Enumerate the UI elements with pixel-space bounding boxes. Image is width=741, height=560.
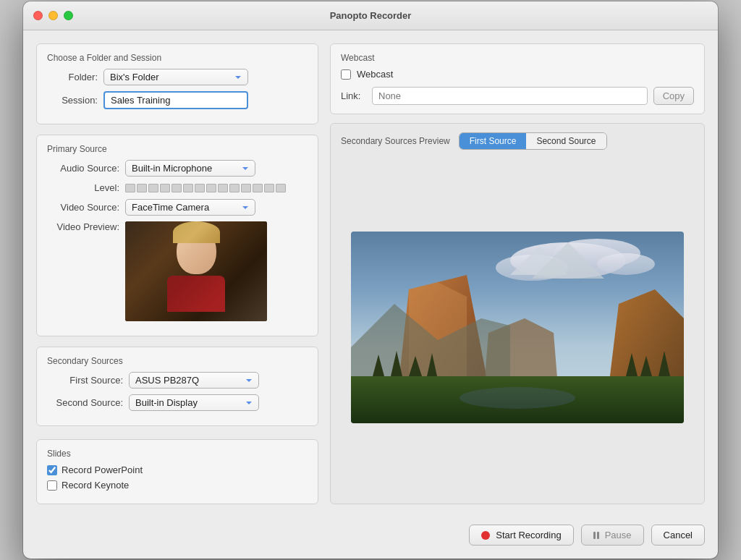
pause-bar-2 bbox=[597, 532, 599, 539]
slides-label: Slides bbox=[47, 449, 308, 459]
copy-button[interactable]: Copy bbox=[653, 87, 694, 105]
mountain-preview bbox=[351, 232, 684, 423]
first-source-tab[interactable]: First Source bbox=[460, 133, 527, 149]
level-bar-12 bbox=[253, 184, 263, 192]
audio-source-label: Audio Source: bbox=[47, 163, 119, 174]
webcast-checkbox[interactable] bbox=[341, 69, 351, 80]
left-panel: Choose a Folder and Session Folder: Bix'… bbox=[36, 43, 318, 504]
main-window: Panopto Recorder Choose a Folder and Ses… bbox=[23, 1, 718, 559]
folder-select-wrapper: Bix's Folder bbox=[103, 69, 248, 85]
video-preview-box bbox=[125, 221, 267, 321]
level-bar-5 bbox=[172, 184, 182, 192]
person-head bbox=[177, 227, 216, 274]
webcast-section-label: Webcast bbox=[341, 53, 694, 63]
second-source-tab[interactable]: Second Source bbox=[526, 133, 606, 149]
level-bar-2 bbox=[137, 184, 147, 192]
pause-bar-1 bbox=[593, 532, 596, 539]
bottom-bar: Start Recording Pause Cancel bbox=[23, 517, 718, 559]
pause-icon bbox=[593, 532, 599, 539]
person-hair bbox=[173, 221, 220, 243]
folder-row: Folder: Bix's Folder bbox=[47, 69, 308, 85]
close-button[interactable] bbox=[33, 11, 43, 20]
level-bar-9 bbox=[218, 184, 228, 192]
session-input[interactable] bbox=[103, 91, 248, 109]
link-label: Link: bbox=[341, 90, 366, 101]
video-preview-label: Video Preview: bbox=[47, 221, 119, 232]
folder-session-section: Choose a Folder and Session Folder: Bix'… bbox=[36, 43, 318, 124]
secondary-preview-label: Secondary Sources Preview bbox=[341, 136, 450, 146]
level-row: Level: bbox=[47, 182, 308, 193]
level-bar-6 bbox=[183, 184, 193, 192]
audio-source-row: Audio Source: Built-in Microphone bbox=[47, 160, 308, 177]
video-source-row: Video Source: FaceTime Camera bbox=[47, 199, 308, 216]
webcast-checkbox-row: Webcast bbox=[341, 69, 694, 80]
video-source-select[interactable]: FaceTime Camera bbox=[125, 199, 255, 216]
first-source-select[interactable]: ASUS PB287Q bbox=[129, 372, 259, 389]
session-label: Session: bbox=[47, 95, 98, 106]
first-source-row: First Source: ASUS PB287Q bbox=[47, 372, 308, 389]
powerpoint-row: Record PowerPoint bbox=[47, 464, 308, 475]
preview-header: Secondary Sources Preview First Source S… bbox=[341, 132, 694, 150]
level-bar-3 bbox=[148, 184, 158, 192]
pause-label: Pause bbox=[605, 530, 632, 540]
session-row: Session: bbox=[47, 91, 308, 109]
pause-button[interactable]: Pause bbox=[581, 525, 644, 546]
folder-label: Folder: bbox=[47, 72, 98, 82]
choose-section-label: Choose a Folder and Session bbox=[47, 53, 308, 63]
link-input[interactable] bbox=[372, 87, 648, 105]
level-label: Level: bbox=[47, 182, 119, 193]
start-recording-button[interactable]: Start Recording bbox=[469, 525, 573, 546]
second-source-select[interactable]: Built-in Display bbox=[129, 394, 259, 411]
yosemite-image bbox=[351, 232, 684, 423]
person-silhouette bbox=[164, 227, 229, 314]
second-source-label: Second Source: bbox=[47, 397, 123, 408]
level-bar-13 bbox=[264, 184, 274, 192]
level-bars bbox=[125, 184, 286, 192]
webcast-section: Webcast Webcast Link: Copy bbox=[330, 43, 705, 114]
level-bar-8 bbox=[206, 184, 216, 192]
second-source-select-wrapper: Built-in Display bbox=[129, 394, 259, 411]
content-area: Choose a Folder and Session Folder: Bix'… bbox=[23, 30, 718, 517]
audio-select-wrapper: Built-in Microphone bbox=[125, 160, 255, 177]
window-title: Panopto Recorder bbox=[330, 10, 412, 21]
first-source-select-wrapper: ASUS PB287Q bbox=[129, 372, 259, 389]
record-powerpoint-checkbox[interactable] bbox=[47, 465, 57, 475]
right-panel: Webcast Webcast Link: Copy Secondary Sou… bbox=[330, 43, 705, 504]
folder-select[interactable]: Bix's Folder bbox=[103, 69, 248, 85]
level-bar-4 bbox=[160, 184, 170, 192]
slides-section: Slides Record PowerPoint Record Keynote bbox=[36, 439, 318, 504]
level-bar-7 bbox=[195, 184, 205, 192]
secondary-preview-section: Secondary Sources Preview First Source S… bbox=[330, 123, 705, 504]
cancel-button[interactable]: Cancel bbox=[651, 525, 705, 546]
record-keynote-label: Record Keynote bbox=[62, 480, 129, 491]
level-bar-10 bbox=[229, 184, 240, 192]
level-bar-14 bbox=[276, 184, 286, 192]
secondary-sources-section: Secondary Sources First Source: ASUS PB2… bbox=[36, 347, 318, 426]
record-keynote-checkbox[interactable] bbox=[47, 480, 57, 491]
primary-source-label: Primary Source bbox=[47, 144, 308, 154]
record-powerpoint-label: Record PowerPoint bbox=[62, 464, 143, 475]
webcast-checkbox-label: Webcast bbox=[357, 69, 393, 80]
preview-image-area bbox=[341, 160, 694, 495]
primary-source-section: Primary Source Audio Source: Built-in Mi… bbox=[36, 135, 318, 336]
level-bar-11 bbox=[241, 184, 251, 192]
svg-point-20 bbox=[460, 387, 575, 409]
audio-source-select[interactable]: Built-in Microphone bbox=[125, 160, 255, 177]
svg-point-4 bbox=[597, 253, 655, 275]
camera-feed bbox=[125, 221, 267, 321]
start-recording-label: Start Recording bbox=[496, 530, 561, 540]
person-body bbox=[167, 276, 225, 312]
minimize-button[interactable] bbox=[48, 11, 58, 20]
link-row: Link: Copy bbox=[341, 87, 694, 105]
secondary-sources-label: Secondary Sources bbox=[47, 356, 308, 366]
traffic-lights bbox=[33, 11, 73, 20]
titlebar: Panopto Recorder bbox=[23, 1, 718, 30]
record-dot-icon bbox=[481, 531, 490, 540]
video-source-label: Video Source: bbox=[47, 202, 119, 213]
source-tabs: First Source Second Source bbox=[459, 132, 607, 150]
second-source-row: Second Source: Built-in Display bbox=[47, 394, 308, 411]
keynote-row: Record Keynote bbox=[47, 480, 308, 491]
maximize-button[interactable] bbox=[64, 11, 73, 20]
video-preview-row: Video Preview: bbox=[47, 221, 308, 321]
video-select-wrapper: FaceTime Camera bbox=[125, 199, 255, 216]
